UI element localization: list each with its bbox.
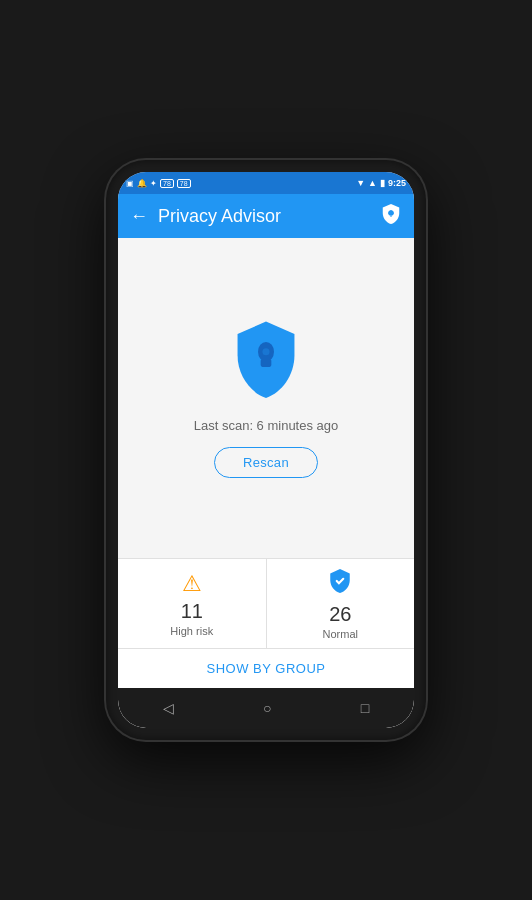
high-risk-count: 11 — [181, 601, 203, 621]
privacy-shield-icon — [226, 318, 306, 398]
main-content: Last scan: 6 minutes ago Rescan ⚠ 11 Hig… — [118, 238, 414, 688]
nav-bar: ◁ ○ □ — [118, 688, 414, 728]
recents-nav-icon[interactable]: □ — [361, 700, 369, 716]
stats-section: ⚠ 11 High risk 26 Normal — [118, 558, 414, 648]
shield-settings-icon[interactable] — [380, 203, 402, 230]
show-by-group-button[interactable]: SHOW BY GROUP — [118, 648, 414, 688]
battery-badge-2: 78 — [177, 179, 191, 188]
high-risk-stat: ⚠ 11 High risk — [118, 559, 267, 648]
app-bar: ← Privacy Advisor — [118, 194, 414, 238]
svg-point-3 — [262, 348, 269, 355]
status-icons-left: ▣ 🔔 ✦ 78 78 — [126, 179, 191, 188]
high-risk-label: High risk — [170, 625, 213, 637]
back-button[interactable]: ← — [130, 206, 148, 227]
time-display: 9:25 — [388, 178, 406, 188]
signal-icon: ▲ — [368, 178, 377, 188]
ringer-icon: 🔔 — [137, 179, 147, 188]
svg-rect-2 — [261, 359, 272, 367]
phone-screen: ▣ 🔔 ✦ 78 78 ▼ ▲ ▮ 9:25 ← Privacy Advisor — [118, 172, 414, 728]
normal-count: 26 — [329, 604, 351, 624]
last-scan-text: Last scan: 6 minutes ago — [194, 418, 339, 433]
status-icons-right: ▼ ▲ ▮ 9:25 — [356, 178, 406, 188]
show-by-group-label: SHOW BY GROUP — [207, 661, 326, 676]
shield-container — [226, 318, 306, 402]
bluetooth-icon: ✦ — [150, 179, 157, 188]
home-nav-icon[interactable]: ○ — [263, 700, 271, 716]
notification-icon: ▣ — [126, 179, 134, 188]
warning-icon: ⚠ — [182, 571, 202, 597]
app-bar-title: Privacy Advisor — [158, 206, 380, 227]
battery-badge-1: 78 — [160, 179, 174, 188]
check-shield-icon — [327, 568, 353, 600]
phone-frame: ▣ 🔔 ✦ 78 78 ▼ ▲ ▮ 9:25 ← Privacy Advisor — [106, 160, 426, 740]
normal-label: Normal — [323, 628, 358, 640]
hero-section: Last scan: 6 minutes ago Rescan — [118, 238, 414, 558]
status-bar: ▣ 🔔 ✦ 78 78 ▼ ▲ ▮ 9:25 — [118, 172, 414, 194]
battery-icon: ▮ — [380, 178, 385, 188]
normal-stat: 26 Normal — [267, 559, 415, 648]
back-nav-icon[interactable]: ◁ — [163, 700, 174, 716]
wifi-icon: ▼ — [356, 178, 365, 188]
rescan-button[interactable]: Rescan — [214, 447, 318, 478]
